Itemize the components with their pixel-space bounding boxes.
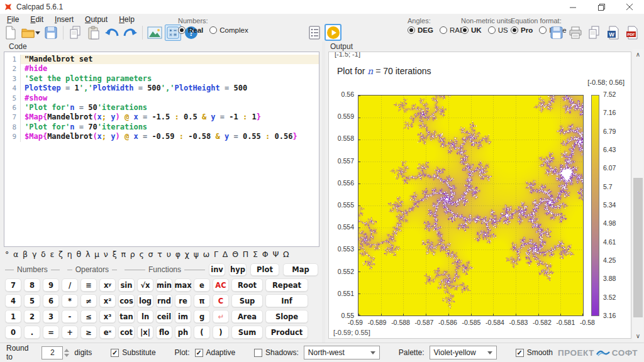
key-Product[interactable]: Product xyxy=(265,326,308,339)
substitute-checkbox[interactable]: Substitute xyxy=(111,348,155,357)
shadows-direction-select[interactable]: North-west xyxy=(304,346,380,359)
code-line-7[interactable]: 7$Map{Mandelbrot(x; y) @ x = -1.5 : 0.5 … xyxy=(4,112,319,122)
smooth-checkbox[interactable]: Smooth xyxy=(516,348,553,357)
key-=[interactable]: = xyxy=(43,326,59,339)
radio-deg[interactable]: DEG xyxy=(408,26,433,34)
key-≠[interactable]: ≠ xyxy=(80,294,97,307)
key-5[interactable]: 5 xyxy=(24,294,40,307)
key-|x|[interactable]: |x| xyxy=(137,326,153,339)
key-≥[interactable]: ≥ xyxy=(80,326,97,339)
menu-edit[interactable]: Edit xyxy=(25,14,49,25)
key-x²[interactable]: x² xyxy=(99,294,116,307)
radio-real[interactable]: Real xyxy=(178,26,203,34)
code-line-5[interactable]: 5#show xyxy=(4,94,319,103)
greek-key-ε[interactable]: ε xyxy=(50,250,55,259)
key-ph[interactable]: ph xyxy=(175,326,191,339)
minimize-icon[interactable] xyxy=(559,0,587,14)
map-button[interactable]: Map xyxy=(283,263,318,276)
key-)[interactable]: ) xyxy=(213,326,229,339)
key-3[interactable]: 3 xyxy=(43,310,59,323)
greek-key-ς[interactable]: ς xyxy=(139,250,143,259)
key-7[interactable]: 7 xyxy=(5,278,21,292)
greek-key-Ψ[interactable]: Ψ xyxy=(272,250,279,259)
greek-key-η[interactable]: η xyxy=(67,250,72,259)
greek-key-ν[interactable]: ν xyxy=(104,250,108,259)
greek-key-Π[interactable]: Π xyxy=(243,250,248,259)
close-icon[interactable] xyxy=(616,0,644,14)
export-word-button[interactable]: W xyxy=(605,25,621,41)
menu-insert[interactable]: Insert xyxy=(49,14,79,25)
greek-key-α[interactable]: α xyxy=(13,250,18,259)
key-eˣ[interactable]: eˣ xyxy=(99,326,116,339)
greek-key-Σ[interactable]: Σ xyxy=(253,250,258,259)
key-2[interactable]: 2 xyxy=(24,310,40,323)
greek-key-μ[interactable]: μ xyxy=(94,250,99,259)
key-ceil[interactable]: ceil xyxy=(156,310,172,323)
save-button[interactable] xyxy=(43,25,59,41)
insert-image-button[interactable] xyxy=(147,25,163,41)
print-button[interactable] xyxy=(567,25,584,41)
greek-key-Γ[interactable]: Γ xyxy=(214,250,218,259)
adaptive-checkbox[interactable]: Adaptive xyxy=(195,348,236,357)
open-file-button[interactable] xyxy=(21,25,41,41)
key-≤[interactable]: ≤ xyxy=(80,310,97,323)
key-1[interactable]: 1 xyxy=(5,310,21,323)
key-8[interactable]: 8 xyxy=(24,278,40,292)
radio-complex[interactable]: Complex xyxy=(209,26,248,34)
greek-key-υ[interactable]: υ xyxy=(167,250,171,259)
key-flo[interactable]: flo xyxy=(156,326,172,339)
plot-button[interactable]: Plot xyxy=(250,263,279,276)
greek-key-ψ[interactable]: ψ xyxy=(194,250,199,259)
scroll-up-icon[interactable]: ∧ xyxy=(633,49,643,60)
code-line-3[interactable]: 3'Set the plotting parameters xyxy=(4,74,319,84)
restore-icon[interactable] xyxy=(587,0,616,14)
key-≡[interactable]: ≡ xyxy=(80,278,97,292)
shadows-checkbox[interactable]: Shadows: xyxy=(254,348,299,357)
copy-output-button[interactable] xyxy=(586,25,602,41)
save-output-button[interactable] xyxy=(548,25,565,41)
greek-key-Ω[interactable]: Ω xyxy=(283,250,289,259)
key-Area[interactable]: Area xyxy=(231,310,263,323)
key-g[interactable]: g xyxy=(194,310,210,323)
greek-key-γ[interactable]: γ xyxy=(32,250,36,259)
copy-button[interactable] xyxy=(67,25,84,41)
radio-uk[interactable]: UK xyxy=(461,26,482,34)
greek-key-β[interactable]: β xyxy=(23,250,28,259)
code-editor[interactable]: 1"Mandelbrot set2#hide3'Set the plotting… xyxy=(4,52,319,247)
greek-key-φ[interactable]: φ xyxy=(175,250,180,259)
greek-key-λ[interactable]: λ xyxy=(86,250,90,259)
key-/[interactable]: / xyxy=(62,278,78,292)
key-cos[interactable]: cos xyxy=(118,294,135,307)
menu-output[interactable]: Output xyxy=(79,14,113,25)
key-C[interactable]: C xyxy=(213,294,229,307)
output-scrollbar[interactable]: ∧ ∨ xyxy=(633,49,643,341)
key-xʸ[interactable]: xʸ xyxy=(99,278,116,292)
open-dropdown-icon[interactable] xyxy=(35,31,40,35)
digits-spinner[interactable] xyxy=(64,349,69,357)
scroll-down-icon[interactable]: ∨ xyxy=(633,331,643,341)
key-min[interactable]: min xyxy=(156,278,172,292)
key-Slope[interactable]: Slope xyxy=(265,310,308,323)
key-Root[interactable]: Root xyxy=(231,278,263,292)
key-+[interactable]: + xyxy=(62,326,78,339)
radio-pro[interactable]: Pro xyxy=(511,26,533,34)
greek-key-Θ[interactable]: Θ xyxy=(232,250,238,259)
key-4[interactable]: 4 xyxy=(5,294,21,307)
key-9[interactable]: 9 xyxy=(43,278,59,292)
key-ln[interactable]: ln xyxy=(137,310,153,323)
output-settings-button[interactable] xyxy=(306,24,323,41)
key-AC[interactable]: AC xyxy=(213,278,229,292)
greek-key-Φ[interactable]: Φ xyxy=(262,250,269,259)
undo-button[interactable] xyxy=(104,25,120,41)
menu-file[interactable]: File xyxy=(1,14,25,25)
key-max[interactable]: max xyxy=(175,278,191,292)
key-Sum[interactable]: Sum xyxy=(231,326,263,339)
export-pdf-button[interactable]: PDF xyxy=(624,25,640,41)
code-line-1[interactable]: 1"Mandelbrot set xyxy=(4,55,319,64)
key-log[interactable]: log xyxy=(137,294,153,307)
greek-key-π[interactable]: π xyxy=(121,250,126,259)
key-im[interactable]: im xyxy=(175,310,191,323)
greek-key-χ[interactable]: χ xyxy=(185,250,189,259)
key-Inf[interactable]: Inf xyxy=(265,294,308,307)
greek-key-θ[interactable]: θ xyxy=(76,250,81,259)
